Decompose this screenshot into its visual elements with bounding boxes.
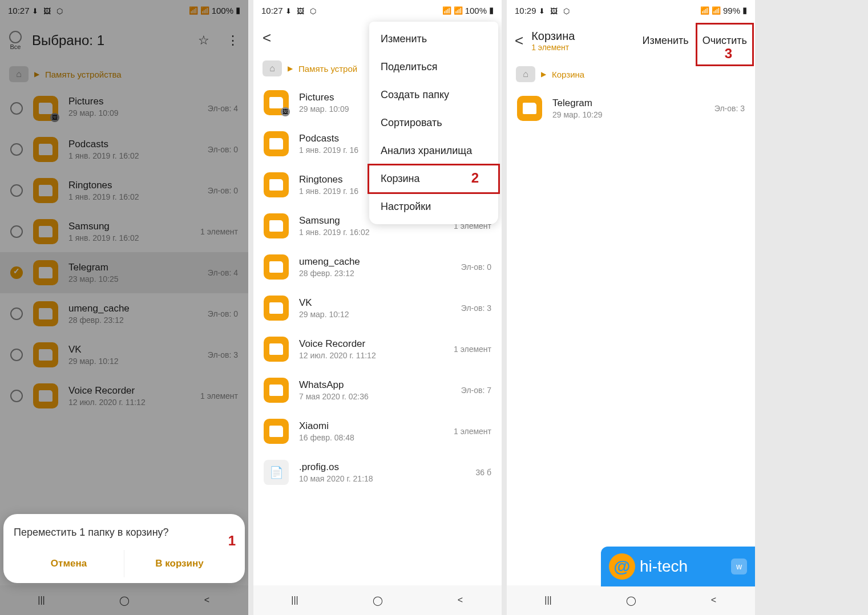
menu-item-sort[interactable]: Сортировать: [369, 109, 498, 137]
folder-icon: [264, 131, 289, 156]
nav-back-icon[interactable]: <: [449, 589, 472, 612]
watermark-badge: @ hi-tech w: [601, 547, 755, 586]
list-item[interactable]: WhatsApp7 мая 2020 г. 02:36Эл-ов: 7: [253, 370, 502, 411]
battery-icon: ▮: [742, 5, 747, 15]
item-name: Voice Recorder: [299, 338, 443, 350]
page-title: Корзина: [531, 30, 628, 43]
nav-back-icon[interactable]: <: [703, 589, 725, 612]
signal-icon: 📶: [712, 6, 721, 15]
item-meta: 36 б: [476, 468, 491, 477]
item-date: 1 янв. 2019 г. 16:02: [299, 228, 443, 237]
battery-icon: ▮: [489, 5, 494, 15]
at-icon: @: [609, 553, 635, 580]
item-date: 28 февр. 23:12: [299, 269, 451, 278]
folder-icon: [517, 96, 542, 121]
item-name: .profig.os: [299, 462, 466, 473]
nav-home-icon[interactable]: ◯: [366, 589, 389, 612]
file-list[interactable]: Telegram29 мар. 10:29Эл-ов: 3: [507, 88, 755, 129]
back-icon[interactable]: <: [263, 29, 271, 47]
status-bar: 10:29 ⬇ 🖼 ⬡ 📶📶99%▮: [507, 0, 755, 21]
item-name: WhatsApp: [299, 379, 451, 391]
status-icons-left: ⬇ 🖼 ⬡: [285, 7, 318, 15]
callout-number-2: 2: [471, 170, 479, 186]
list-item[interactable]: umeng_cache28 февр. 23:12Эл-ов: 0: [253, 246, 502, 288]
signal-icon: 📶: [454, 6, 463, 15]
status-icons-left: ⬇ 🖼 ⬡: [539, 7, 571, 15]
chevron-right-icon: ▶: [541, 70, 546, 78]
cancel-button[interactable]: Отмена: [14, 550, 124, 577]
status-time: 10:27: [261, 6, 283, 15]
status-bar: 10:27 ⬇ 🖼 ⬡ 📶📶100%▮: [253, 0, 502, 21]
status-battery: 99%: [723, 6, 740, 15]
item-meta: Эл-ов: 0: [461, 262, 491, 272]
nav-recents-icon[interactable]: |||: [537, 589, 560, 612]
folder-icon: [264, 213, 289, 238]
folder-icon: [264, 378, 289, 403]
list-item[interactable]: 📄.profig.os10 мая 2020 г. 21:1836 б: [253, 452, 502, 493]
folder-icon: [264, 172, 289, 197]
item-date: 10 мая 2020 г. 21:18: [299, 474, 466, 483]
list-item[interactable]: Telegram29 мар. 10:29Эл-ов: 3: [507, 88, 755, 129]
folder-icon: [264, 419, 289, 444]
callout-number-3: 3: [725, 46, 732, 62]
breadcrumb-text: Память устрой: [298, 64, 357, 74]
folder-icon: [264, 296, 289, 321]
nav-bar: ||| ◯ <: [253, 585, 502, 615]
menu-item-trash[interactable]: Корзина 2: [369, 165, 498, 193]
item-meta: 1 элемент: [454, 345, 491, 354]
menu-item-create-folder[interactable]: Создать папку: [369, 81, 498, 109]
item-date: 16 февр. 08:48: [299, 433, 443, 442]
screen-1: 10:27 ⬇ 🖼 ⬡ 📶📶100%▮ Все Выбрано: 1 ☆ ⋮ ⌂…: [0, 0, 248, 615]
item-name: umeng_cache: [299, 256, 451, 268]
item-name: Telegram: [552, 98, 704, 109]
folder-icon: [264, 337, 289, 362]
list-item[interactable]: VK29 мар. 10:12Эл-ов: 3: [253, 288, 502, 329]
item-date: 29 мар. 10:29: [552, 110, 704, 119]
item-meta: Эл-ов: 7: [461, 386, 491, 395]
page-subtitle: 1 элемент: [531, 43, 628, 52]
home-icon[interactable]: ⌂: [516, 66, 535, 82]
item-meta: Эл-ов: 3: [714, 104, 745, 113]
item-date: 12 июл. 2020 г. 11:12: [299, 351, 443, 360]
context-menu: Изменить Поделиться Создать папку Сортир…: [369, 22, 498, 224]
nav-bar: ||| ◯ <: [507, 585, 755, 615]
item-meta: Эл-ов: 3: [461, 304, 491, 313]
back-icon[interactable]: <: [515, 32, 523, 50]
wifi-icon: 📶: [700, 6, 709, 15]
confirm-sheet: Переместить 1 папку в корзину? Отмена В …: [3, 514, 245, 583]
watermark-text: hi-tech: [640, 557, 688, 576]
list-item[interactable]: Voice Recorder12 июл. 2020 г. 11:121 эле…: [253, 329, 502, 370]
item-name: Xiaomi: [299, 420, 443, 432]
screen-3: 10:29 ⬇ 🖼 ⬡ 📶📶99%▮ < Корзина 1 элемент И…: [507, 0, 755, 615]
nav-recents-icon[interactable]: |||: [284, 589, 306, 612]
item-name: VK: [299, 297, 451, 309]
menu-item-edit[interactable]: Изменить: [369, 25, 498, 53]
folder-icon: [264, 90, 289, 115]
list-item[interactable]: Xiaomi16 февр. 08:481 элемент: [253, 411, 502, 452]
folder-icon: [264, 254, 289, 280]
file-icon: 📄: [264, 460, 289, 485]
callout-number-1: 1: [228, 533, 236, 549]
home-icon[interactable]: ⌂: [263, 60, 282, 76]
status-battery: 100%: [465, 6, 487, 15]
menu-item-share[interactable]: Поделиться: [369, 53, 498, 81]
edit-button[interactable]: Изменить: [642, 35, 688, 47]
vk-icon: w: [731, 559, 747, 574]
menu-item-storage-analysis[interactable]: Анализ хранилища: [369, 137, 498, 165]
chevron-right-icon: ▶: [288, 64, 293, 72]
callout-box-2: [368, 164, 500, 194]
screen-2: 10:27 ⬇ 🖼 ⬡ 📶📶100%▮ < ⌂ ▶ Память устрой …: [253, 0, 502, 615]
confirm-button[interactable]: В корзину: [124, 550, 235, 577]
confirm-text: Переместить 1 папку в корзину?: [14, 527, 235, 539]
status-time: 10:29: [515, 6, 536, 15]
breadcrumb-text: Корзина: [552, 70, 584, 79]
wifi-icon: 📶: [442, 6, 451, 15]
item-meta: 1 элемент: [454, 427, 491, 436]
item-date: 7 мая 2020 г. 02:36: [299, 392, 451, 401]
menu-item-settings[interactable]: Настройки: [369, 193, 498, 221]
item-date: 29 мар. 10:12: [299, 310, 451, 319]
nav-home-icon[interactable]: ◯: [620, 589, 643, 612]
